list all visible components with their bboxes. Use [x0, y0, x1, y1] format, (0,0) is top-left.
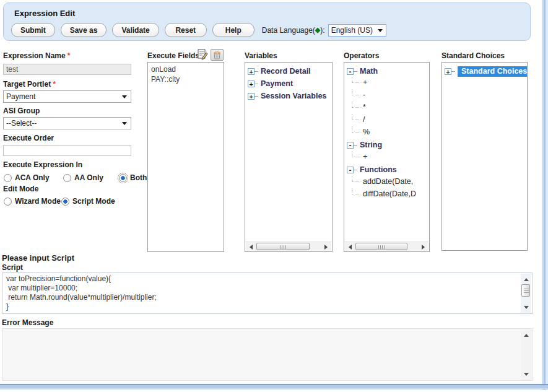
standard-choices-tree: + Standard Choices [441, 62, 528, 251]
selected-tree-node[interactable]: Standard Choices [458, 66, 528, 77]
radio-icon[interactable] [4, 174, 12, 182]
scroll-down-icon[interactable] [521, 370, 531, 380]
tree-node-op-divide[interactable]: / [352, 115, 365, 124]
radio-wizard-mode[interactable]: Wizard Mode [4, 197, 61, 206]
bottom-bar [0, 384, 548, 390]
radio-icon[interactable] [4, 198, 12, 206]
error-message-label: Error Message [2, 318, 53, 327]
radio-aca-only[interactable]: ACA Only [4, 173, 50, 182]
tree-node-op-plus[interactable]: + [352, 78, 367, 87]
operators-tree: - Math + - * / % - String + - Functions … [344, 62, 430, 252]
radio-script-mode[interactable]: Script Mode [61, 197, 115, 206]
please-input-script-heading: Please input Script [2, 253, 74, 263]
scroll-up-icon[interactable] [521, 329, 531, 339]
expand-plus-icon[interactable]: + [248, 81, 254, 87]
list-item[interactable]: PAY::city [148, 74, 224, 84]
expand-plus-icon[interactable]: + [248, 68, 254, 75]
tree-node-op-minus[interactable]: - [352, 90, 365, 99]
tree-node-standard-choices[interactable]: + Standard Choices [445, 66, 528, 77]
language-select[interactable]: English (US) [328, 24, 386, 37]
list-item[interactable]: onLoad [148, 64, 224, 74]
tree-node-string[interactable]: - String [347, 141, 382, 149]
vertical-scrollbar[interactable] [521, 329, 531, 380]
error-message-textarea[interactable] [2, 328, 533, 381]
tree-node-math[interactable]: - Math [347, 67, 378, 76]
expression-edit-page: Expression Edit Submit Save as Validate … [0, 0, 548, 392]
target-portlet-label: Target Portlet* [3, 80, 56, 89]
execute-order-input[interactable] [3, 145, 131, 156]
asi-group-label: ASI Group [3, 107, 40, 115]
scrollbar-thumb[interactable] [256, 243, 310, 250]
execute-order-label: Execute Order [3, 134, 54, 142]
asi-group-select[interactable]: --Select-- [3, 117, 131, 129]
radio-aa-only[interactable]: AA Only [63, 173, 103, 182]
collapse-minus-icon[interactable]: - [347, 68, 354, 75]
chevron-down-icon [122, 122, 127, 128]
required-asterisk: * [67, 51, 71, 60]
submit-button[interactable]: Submit [11, 23, 55, 37]
radio-icon[interactable] [61, 198, 69, 206]
tree-node-string-concat[interactable]: + [352, 152, 367, 161]
operators-label: Operators [344, 51, 379, 60]
save-as-button[interactable]: Save as [61, 23, 107, 37]
variables-label: Variables [245, 51, 277, 60]
data-language-label-suffix: ): [320, 26, 324, 35]
tree-node-functions[interactable]: - Functions [347, 165, 397, 174]
scroll-right-icon[interactable] [419, 242, 428, 251]
execute-fields-listbox[interactable]: onLoad PAY::city [147, 62, 224, 252]
expression-name-input[interactable] [3, 64, 131, 75]
edit-fields-icon[interactable] [197, 49, 208, 60]
diamond-icon: ◆ [315, 26, 320, 34]
help-button[interactable]: Help [212, 23, 254, 37]
script-textarea[interactable]: var toPrecision=function(value){ var mul… [2, 272, 533, 314]
radio-both[interactable]: Both [119, 173, 147, 182]
scrollbar-thumb[interactable] [521, 284, 530, 297]
toolbar: Submit Save as Validate Reset Help Data … [6, 23, 386, 37]
language-select-value: English (US) [331, 26, 373, 35]
scroll-down-icon[interactable] [521, 303, 531, 313]
script-label: Script [2, 263, 23, 272]
tree-node-diffdate[interactable]: diffDate(Date,D [352, 189, 416, 198]
header-panel: Expression Edit Submit Save as Validate … [3, 2, 531, 41]
collapse-minus-icon[interactable]: - [347, 142, 354, 149]
scroll-right-icon[interactable] [322, 242, 331, 251]
scrollbar-thumb[interactable] [355, 243, 407, 250]
horizontal-scrollbar[interactable] [246, 242, 331, 251]
edit-mode-label: Edit Mode [3, 185, 38, 193]
radio-icon[interactable] [63, 174, 71, 182]
reset-button[interactable]: Reset [165, 23, 207, 37]
variables-tree: + Record Detail + Payment + Session Vari… [245, 62, 333, 252]
vertical-scrollbar[interactable] [521, 274, 531, 313]
radio-icon[interactable] [119, 174, 127, 182]
horizontal-scrollbar[interactable] [345, 242, 428, 251]
page-title: Expression Edit [14, 9, 75, 18]
delete-icon[interactable] [211, 49, 224, 61]
tree-node-session-variables[interactable]: + Session Variables [248, 92, 326, 100]
expand-plus-icon[interactable]: + [445, 68, 451, 75]
chevron-down-icon [378, 29, 383, 35]
execute-fields-label: Execute Fields* [147, 51, 204, 60]
data-language-label: Data Language( [262, 26, 315, 35]
collapse-minus-icon[interactable]: - [347, 167, 354, 173]
target-portlet-value: Payment [6, 92, 35, 101]
scroll-left-icon[interactable] [246, 242, 255, 251]
execute-expression-in-label: Execute Expression In [3, 160, 82, 169]
asi-group-value: --Select-- [6, 119, 37, 128]
tree-node-adddate[interactable]: addDate(Date, [352, 177, 413, 186]
data-language-field: Data Language(◆): English (US) [262, 24, 386, 37]
right-edge-strip [541, 0, 548, 390]
script-code[interactable]: var toPrecision=function(value){ var mul… [2, 273, 521, 313]
expand-plus-icon[interactable]: + [248, 93, 254, 100]
required-asterisk: * [53, 80, 56, 89]
expression-name-label: Expression Name* [3, 51, 70, 60]
validate-button[interactable]: Validate [112, 23, 159, 37]
tree-node-op-multiply[interactable]: * [352, 103, 366, 111]
scroll-left-icon[interactable] [345, 242, 354, 251]
target-portlet-select[interactable]: Payment [3, 90, 131, 103]
chevron-down-icon [122, 95, 127, 101]
tree-node-payment[interactable]: + Payment [248, 79, 293, 88]
scroll-up-icon[interactable] [521, 274, 531, 284]
error-message-content[interactable] [2, 329, 521, 380]
tree-node-op-modulo[interactable]: % [352, 128, 370, 136]
tree-node-record-detail[interactable]: + Record Detail [248, 67, 311, 76]
